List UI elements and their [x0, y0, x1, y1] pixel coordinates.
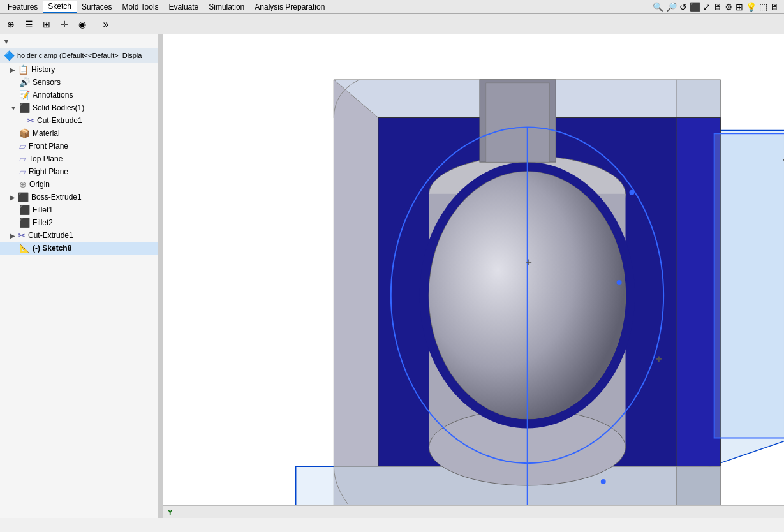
tree-icon-fillet2: ⬛ — [19, 218, 30, 228]
filter-icon[interactable]: ▼ — [3, 37, 10, 46]
tree-label-history: History — [31, 65, 55, 74]
svg-text:+: + — [526, 256, 531, 267]
tree-label-annotations: Annotations — [33, 91, 73, 100]
tree-label-top-plane: Top Plane — [29, 154, 63, 163]
tree-label-solid-bodies: Solid Bodies(1) — [33, 103, 84, 112]
display-delete-btn[interactable]: ◉ — [74, 16, 91, 33]
svg-marker-4 — [334, 80, 378, 466]
tree-node-origin[interactable]: ⊕Origin — [0, 178, 158, 191]
root-part-icon: 🔷 — [4, 50, 15, 61]
tree-label-sensors: Sensors — [33, 78, 61, 87]
svg-rect-17 — [486, 83, 549, 162]
tree-label-material: Material — [33, 129, 60, 138]
y-coord-label: Y — [168, 508, 172, 516]
tree-node-top-plane[interactable]: ▱Top Plane — [0, 152, 158, 165]
menu-item-analysis[interactable]: Analysis Preparation — [249, 1, 330, 13]
smart-dimension-btn[interactable]: ⊕ — [3, 16, 19, 33]
tree-arrow-boss-extrude1[interactable]: ▶ — [10, 194, 15, 201]
tree-icon-solid-bodies: ⬛ — [19, 103, 30, 113]
tree-label-fillet1: Fillet1 — [33, 205, 53, 214]
tree-node-cut-extrude1[interactable]: ✂Cut-Extrude1 — [0, 114, 158, 127]
menu-item-surfaces[interactable]: Surfaces — [77, 1, 117, 13]
tree-label-origin: Origin — [29, 180, 50, 189]
toolbar-more-btn[interactable]: » — [98, 16, 114, 33]
tree-node-material[interactable]: 📦Material — [0, 127, 158, 140]
tree-label-sketch8: (-) Sketch8 — [33, 244, 71, 253]
tree-node-fillet2[interactable]: ⬛Fillet2 — [0, 216, 158, 229]
coord-bar: Y — [163, 505, 784, 518]
tree-label-fillet2: Fillet2 — [33, 218, 53, 227]
search-icon[interactable]: 🔍 — [653, 2, 663, 12]
svg-point-21 — [617, 280, 622, 285]
tree-node-history[interactable]: ▶📋History — [0, 63, 158, 76]
menu-bar: Features Sketch Surfaces Mold Tools Eval… — [0, 0, 784, 14]
viewport[interactable]: + + + Y Y — [163, 34, 784, 518]
tree-arrow-solid-bodies[interactable]: ▼ — [10, 105, 17, 112]
tree-label-boss-extrude1: Boss-Extrude1 — [31, 193, 82, 202]
tree-node-solid-bodies[interactable]: ▼⬛Solid Bodies(1) — [0, 101, 158, 114]
svg-text:+: + — [656, 353, 662, 364]
tree-icon-cut-extrude1: ✂ — [27, 115, 34, 126]
tree-node-front-plane[interactable]: ▱Front Plane — [0, 140, 158, 152]
zoom-icon[interactable]: 🔎 — [666, 2, 677, 12]
tree-icon-right-plane: ▱ — [19, 166, 26, 177]
tree-icon-annotations: 📝 — [19, 90, 30, 100]
tree-arrow-history[interactable]: ▶ — [10, 66, 15, 73]
tree-label-right-plane: Right Plane — [29, 167, 68, 176]
svg-marker-6 — [676, 80, 721, 118]
tree-icon-history: 📋 — [18, 64, 29, 75]
tree-icon-front-plane: ▱ — [19, 141, 26, 151]
filter-bar: ▼ — [0, 34, 158, 48]
tree-node-right-plane[interactable]: ▱Right Plane — [0, 165, 158, 178]
svg-point-20 — [629, 190, 634, 195]
tree-node-sketch8[interactable]: 📐(-) Sketch8 — [0, 242, 158, 255]
display-icon[interactable]: 🖥 — [713, 2, 722, 12]
settings-icon[interactable]: ⚙ — [725, 2, 733, 12]
tree-node-fillet1[interactable]: ⬛Fillet1 — [0, 203, 158, 216]
tree-node-sensors[interactable]: 🔊Sensors — [0, 76, 158, 89]
tree-node-cut-extrude1-2[interactable]: ▶✂Cut-Extrude1 — [0, 229, 158, 242]
main-layout: ▼ 🔷 holder clamp (Default<<Default>_Disp… — [0, 34, 784, 518]
menu-item-mold-tools[interactable]: Mold Tools — [117, 1, 163, 13]
svg-marker-23 — [714, 133, 784, 438]
top-icons-bar: 🔍 🔎 ↺ ⬛ ⤢ 🖥 ⚙ ⊞ 💡 ⬚ 🖥 — [647, 0, 784, 14]
model-svg: + + + Y — [163, 34, 784, 518]
tree-nodes: ▶📋History🔊Sensors📝Annotations▼⬛Solid Bod… — [0, 63, 158, 255]
light-icon[interactable]: 💡 — [746, 2, 757, 12]
menu-item-features[interactable]: Features — [3, 1, 43, 13]
tree-icon-origin: ⊕ — [19, 179, 27, 189]
svg-point-22 — [601, 479, 606, 484]
tree-icon-cut-extrude1-2: ✂ — [18, 230, 26, 240]
grid-icon[interactable]: ⊞ — [736, 2, 743, 12]
tree-arrow-cut-extrude1-2[interactable]: ▶ — [10, 232, 15, 239]
menu-item-evaluate[interactable]: Evaluate — [164, 1, 204, 13]
toolbar: ⊕ ☰ ⊞ ✛ ◉ » — [0, 14, 784, 34]
menu-item-sketch[interactable]: Sketch — [43, 1, 77, 13]
menu-item-simulation[interactable]: Simulation — [203, 1, 249, 13]
toolbar-separator — [94, 17, 94, 31]
tree-icon-top-plane: ▱ — [19, 154, 26, 164]
tree-node-annotations[interactable]: 📝Annotations — [0, 89, 158, 101]
tree-label-cut-extrude1-2: Cut-Extrude1 — [28, 231, 73, 240]
tree-label-front-plane: Front Plane — [29, 142, 68, 151]
view-cube-icon[interactable]: ⬛ — [690, 2, 700, 12]
monitor-icon[interactable]: 🖥 — [770, 2, 779, 12]
rotate-icon[interactable]: ↺ — [679, 2, 687, 12]
tree-node-boss-extrude1[interactable]: ▶⬛Boss-Extrude1 — [0, 191, 158, 203]
expand-icon[interactable]: ⬚ — [759, 2, 767, 12]
tree-root-node[interactable]: 🔷 holder clamp (Default<<Default>_Displa — [0, 48, 158, 63]
feature-tree-panel: ▼ 🔷 holder clamp (Default<<Default>_Disp… — [0, 34, 159, 518]
line-btn[interactable]: ☰ — [20, 16, 37, 33]
add-relation-btn[interactable]: ✛ — [56, 16, 73, 33]
arrows-icon[interactable]: ⤢ — [703, 2, 711, 12]
tree-label-cut-extrude1: Cut-Extrude1 — [37, 116, 82, 125]
rectangle-btn[interactable]: ⊞ — [38, 16, 55, 33]
tree-icon-boss-extrude1: ⬛ — [18, 192, 29, 202]
tree-icon-sketch8: 📐 — [19, 243, 30, 253]
tree-icon-sensors: 🔊 — [19, 77, 30, 87]
root-part-label: holder clamp (Default<<Default>_Displa — [17, 52, 142, 59]
tree-icon-fillet1: ⬛ — [19, 205, 30, 215]
tree-icon-material: 📦 — [19, 128, 30, 138]
